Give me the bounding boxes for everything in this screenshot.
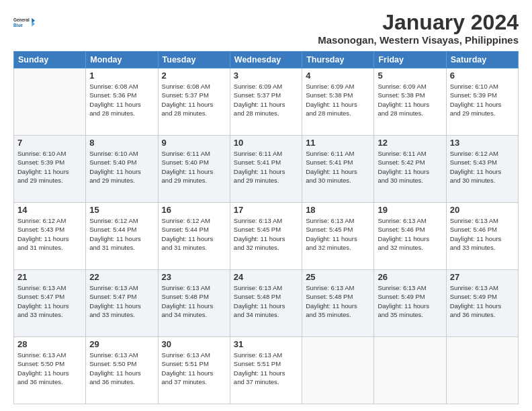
day-number: 13 [450,138,515,148]
day-number: 16 [162,205,226,215]
day-info: Sunrise: 6:10 AMSunset: 5:39 PMDaylight:… [17,149,82,185]
page-header: GeneralBlue January 2024 Masonogan, West… [13,11,519,46]
calendar-day-cell: 11Sunrise: 6:11 AMSunset: 5:41 PMDayligh… [302,136,374,203]
day-number: 3 [234,71,298,81]
day-info: Sunrise: 6:13 AMSunset: 5:46 PMDaylight:… [378,216,442,252]
calendar-day-cell: 16Sunrise: 6:12 AMSunset: 5:44 PMDayligh… [158,203,230,270]
calendar-week-row: 7Sunrise: 6:10 AMSunset: 5:39 PMDaylight… [14,136,519,203]
day-info: Sunrise: 6:11 AMSunset: 5:42 PMDaylight:… [378,149,442,185]
calendar-day-cell: 31Sunrise: 6:13 AMSunset: 5:51 PMDayligh… [230,337,302,404]
day-number: 23 [162,272,226,282]
calendar-day-cell: 6Sunrise: 6:10 AMSunset: 5:39 PMDaylight… [446,68,518,136]
day-number: 19 [378,205,442,215]
day-info: Sunrise: 6:13 AMSunset: 5:51 PMDaylight:… [162,351,226,386]
day-info: Sunrise: 6:10 AMSunset: 5:39 PMDaylight:… [450,82,515,118]
calendar-day-cell: 25Sunrise: 6:13 AMSunset: 5:48 PMDayligh… [302,270,374,337]
calendar-day-cell: 20Sunrise: 6:13 AMSunset: 5:46 PMDayligh… [446,203,518,270]
day-number: 31 [234,339,298,349]
calendar-week-row: 28Sunrise: 6:13 AMSunset: 5:50 PMDayligh… [14,337,519,404]
calendar-week-row: 14Sunrise: 6:12 AMSunset: 5:43 PMDayligh… [14,203,519,270]
title-block: January 2024 Masonogan, Western Visayas,… [318,11,519,46]
calendar-header-row: Sunday Monday Tuesday Wednesday Thursday… [14,52,519,68]
day-info: Sunrise: 6:13 AMSunset: 5:47 PMDaylight:… [89,283,154,319]
calendar-day-cell: 28Sunrise: 6:13 AMSunset: 5:50 PMDayligh… [14,337,86,404]
calendar-day-cell [302,337,374,404]
day-info: Sunrise: 6:11 AMSunset: 5:41 PMDaylight:… [234,149,298,185]
day-number: 12 [378,138,442,148]
calendar-day-cell [446,337,518,404]
day-info: Sunrise: 6:13 AMSunset: 5:50 PMDaylight:… [17,351,82,386]
calendar-day-cell: 4Sunrise: 6:09 AMSunset: 5:38 PMDaylight… [302,68,374,136]
calendar-day-cell: 27Sunrise: 6:13 AMSunset: 5:49 PMDayligh… [446,270,518,337]
calendar-day-cell: 24Sunrise: 6:13 AMSunset: 5:48 PMDayligh… [230,270,302,337]
calendar-day-cell [14,68,86,136]
day-info: Sunrise: 6:12 AMSunset: 5:43 PMDaylight:… [17,216,82,252]
day-info: Sunrise: 6:13 AMSunset: 5:49 PMDaylight:… [450,283,515,319]
day-number: 29 [89,339,154,349]
day-number: 22 [89,272,154,282]
day-info: Sunrise: 6:13 AMSunset: 5:45 PMDaylight:… [234,216,298,252]
calendar-day-cell: 3Sunrise: 6:09 AMSunset: 5:37 PMDaylight… [230,68,302,136]
calendar-day-cell [374,337,446,404]
calendar-day-cell: 9Sunrise: 6:11 AMSunset: 5:40 PMDaylight… [158,136,230,203]
day-info: Sunrise: 6:13 AMSunset: 5:48 PMDaylight:… [162,283,226,319]
calendar-day-cell: 1Sunrise: 6:08 AMSunset: 5:36 PMDaylight… [86,68,158,136]
calendar-day-cell: 2Sunrise: 6:08 AMSunset: 5:37 PMDaylight… [158,68,230,136]
day-number: 9 [162,138,226,148]
day-number: 24 [234,272,298,282]
day-number: 15 [89,205,154,215]
day-number: 1 [89,71,154,81]
calendar-day-cell: 5Sunrise: 6:09 AMSunset: 5:38 PMDaylight… [374,68,446,136]
day-info: Sunrise: 6:13 AMSunset: 5:51 PMDaylight:… [234,351,298,386]
day-info: Sunrise: 6:12 AMSunset: 5:44 PMDaylight:… [89,216,154,252]
page-title: January 2024 [318,11,519,34]
day-info: Sunrise: 6:08 AMSunset: 5:37 PMDaylight:… [162,82,226,118]
calendar-day-cell: 13Sunrise: 6:12 AMSunset: 5:43 PMDayligh… [446,136,518,203]
day-number: 25 [306,272,370,282]
day-number: 20 [450,205,515,215]
logo-icon: GeneralBlue [13,11,38,35]
day-info: Sunrise: 6:08 AMSunset: 5:36 PMDaylight:… [89,82,154,118]
day-info: Sunrise: 6:09 AMSunset: 5:38 PMDaylight:… [378,82,442,118]
col-saturday: Saturday [446,52,518,68]
col-friday: Friday [374,52,446,68]
logo: GeneralBlue [13,11,38,35]
calendar-week-row: 1Sunrise: 6:08 AMSunset: 5:36 PMDaylight… [14,68,519,136]
day-info: Sunrise: 6:10 AMSunset: 5:40 PMDaylight:… [89,149,154,185]
calendar-table: Sunday Monday Tuesday Wednesday Thursday… [13,51,519,404]
calendar-day-cell: 7Sunrise: 6:10 AMSunset: 5:39 PMDaylight… [14,136,86,203]
day-info: Sunrise: 6:13 AMSunset: 5:47 PMDaylight:… [17,283,82,319]
col-wednesday: Wednesday [230,52,302,68]
calendar-day-cell: 17Sunrise: 6:13 AMSunset: 5:45 PMDayligh… [230,203,302,270]
col-thursday: Thursday [302,52,374,68]
day-info: Sunrise: 6:11 AMSunset: 5:41 PMDaylight:… [306,149,370,185]
day-number: 18 [306,205,370,215]
day-info: Sunrise: 6:11 AMSunset: 5:40 PMDaylight:… [162,149,226,185]
calendar-day-cell: 10Sunrise: 6:11 AMSunset: 5:41 PMDayligh… [230,136,302,203]
calendar-day-cell: 30Sunrise: 6:13 AMSunset: 5:51 PMDayligh… [158,337,230,404]
day-number: 11 [306,138,370,148]
calendar-week-row: 21Sunrise: 6:13 AMSunset: 5:47 PMDayligh… [14,270,519,337]
calendar-day-cell: 12Sunrise: 6:11 AMSunset: 5:42 PMDayligh… [374,136,446,203]
day-info: Sunrise: 6:09 AMSunset: 5:38 PMDaylight:… [306,82,370,118]
calendar-day-cell: 14Sunrise: 6:12 AMSunset: 5:43 PMDayligh… [14,203,86,270]
day-number: 6 [450,71,515,81]
col-tuesday: Tuesday [158,52,230,68]
day-number: 26 [378,272,442,282]
day-number: 21 [17,272,82,282]
svg-text:Blue: Blue [13,23,23,28]
day-number: 30 [162,339,226,349]
calendar-day-cell: 19Sunrise: 6:13 AMSunset: 5:46 PMDayligh… [374,203,446,270]
svg-text:General: General [13,17,30,22]
day-number: 14 [17,205,82,215]
calendar-day-cell: 18Sunrise: 6:13 AMSunset: 5:45 PMDayligh… [302,203,374,270]
day-number: 2 [162,71,226,81]
day-number: 4 [306,71,370,81]
page-subtitle: Masonogan, Western Visayas, Philippines [318,34,519,46]
day-info: Sunrise: 6:13 AMSunset: 5:50 PMDaylight:… [89,351,154,386]
calendar-day-cell: 8Sunrise: 6:10 AMSunset: 5:40 PMDaylight… [86,136,158,203]
calendar-day-cell: 22Sunrise: 6:13 AMSunset: 5:47 PMDayligh… [86,270,158,337]
col-sunday: Sunday [14,52,86,68]
calendar-day-cell: 29Sunrise: 6:13 AMSunset: 5:50 PMDayligh… [86,337,158,404]
day-info: Sunrise: 6:13 AMSunset: 5:46 PMDaylight:… [450,216,515,252]
